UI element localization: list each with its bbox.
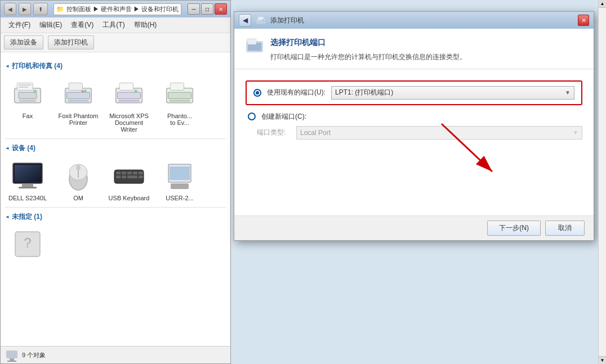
forward-button[interactable]: ▶ [19, 3, 31, 15]
xps-icon [112, 77, 146, 110]
dialog-title-bar: ◀ 添加打印机 ✕ [234, 12, 594, 29]
up-button[interactable]: ⬆ [33, 3, 48, 15]
red-arrow-indicator [436, 118, 503, 182]
port-dropdown-value: LPT1: (打印机端口) [335, 88, 393, 97]
menu-view[interactable]: 查看(V) [66, 19, 98, 32]
svg-rect-37 [116, 176, 121, 178]
devices-grid: DELL S2340L OM [5, 156, 226, 204]
svg-rect-24 [22, 184, 33, 187]
list-item[interactable]: USB Keyboard [106, 159, 152, 201]
dialog-close-button[interactable]: ✕ [578, 15, 589, 26]
svg-point-4 [33, 89, 37, 93]
svg-point-12 [82, 90, 84, 92]
svg-rect-26 [15, 165, 41, 182]
svg-point-30 [76, 165, 81, 170]
next-button[interactable]: 下一步(N) [487, 221, 541, 236]
list-item[interactable]: USER-2... [157, 159, 202, 201]
list-item[interactable]: OM [56, 159, 101, 201]
svg-rect-32 [116, 172, 121, 174]
create-new-radio[interactable] [248, 113, 256, 120]
use-existing-radio[interactable] [253, 89, 261, 97]
main-title-bar: ◀ ▶ ⬆ 📁 控制面板 ▶ 硬件和声音 ▶ 设备和打印机 ─ □ ✕ [1, 1, 230, 17]
use-existing-option-box: 使用现有的端口(U): LPT1: (打印机端口) ▼ [246, 80, 582, 105]
main-window: ◀ ▶ ⬆ 📁 控制面板 ▶ 硬件和声音 ▶ 设备和打印机 ─ □ ✕ 文件(F… [0, 0, 231, 364]
dialog-body: 使用现有的端口(U): LPT1: (打印机端口) ▼ 创建新端口(C): 端口… [234, 69, 594, 215]
minimize-button[interactable]: ─ [188, 3, 200, 15]
list-item[interactable]: Microsoft XPS Document Writer [106, 77, 152, 133]
menu-edit[interactable]: 编辑(E) [35, 19, 66, 32]
svg-rect-15 [117, 92, 140, 98]
port-dropdown[interactable]: LPT1: (打印机端口) ▼ [331, 86, 574, 100]
dialog-description: 打印机端口是一种允许您的计算机与打印机交换信息的连接类型。 [270, 52, 466, 62]
use-existing-label: 使用现有的端口(U): [267, 88, 326, 97]
add-device-button[interactable]: 添加设备 [4, 35, 43, 50]
back-button[interactable]: ◀ [4, 3, 16, 15]
main-close-button[interactable]: ✕ [215, 3, 227, 15]
unassigned-grid: ? [5, 225, 226, 266]
svg-rect-51 [257, 21, 264, 24]
devices-section-title: 设备 (4) [12, 143, 35, 153]
address-bar[interactable]: 📁 控制面板 ▶ 硬件和声音 ▶ 设备和打印机 [54, 3, 181, 15]
list-item[interactable]: Fax [5, 77, 50, 133]
dialog-header: 选择打印机端口 打印机端口是一种允许您的计算机与打印机交换信息的连接类型。 [234, 29, 594, 69]
status-text: 9 个对象 [22, 351, 46, 359]
user-label: USER-2... [166, 195, 194, 201]
unknown-device-icon: ? [11, 227, 44, 261]
svg-rect-25 [19, 187, 37, 188]
user-device-icon [163, 159, 197, 192]
svg-rect-39 [127, 176, 137, 178]
cancel-button[interactable]: 取消 [545, 221, 585, 236]
right-scrollbar[interactable]: ▲ ▼ [598, 0, 606, 364]
svg-rect-20 [168, 92, 191, 98]
maximize-button[interactable]: □ [201, 3, 213, 15]
port-type-arrow-icon: ▼ [573, 129, 578, 136]
list-item[interactable]: DELL S2340L [5, 159, 50, 201]
list-item[interactable]: ? [5, 227, 50, 263]
mouse-label: OM [73, 195, 83, 201]
list-item[interactable]: Foxit Phantom Printer [56, 77, 101, 133]
printers-section-title: 打印机和传真 (4) [12, 61, 63, 71]
svg-rect-3 [19, 100, 36, 102]
keyboard-label: USB Keyboard [109, 195, 150, 201]
monitor-label: DELL S2340L [8, 195, 47, 201]
status-bar: 9 个对象 [1, 346, 230, 363]
svg-rect-43 [170, 167, 190, 180]
svg-point-11 [83, 89, 87, 93]
svg-rect-48 [7, 361, 16, 362]
printers-grid: Fax Foxit Phantom Printer [5, 74, 226, 135]
svg-rect-8 [69, 83, 82, 90]
svg-rect-38 [122, 176, 126, 178]
unassigned-section-title: 未指定 (1) [12, 212, 42, 222]
phantom-label: Phanto... to Ev... [167, 113, 192, 126]
menu-help[interactable]: 帮助(H) [130, 19, 162, 32]
dialog-header-content: 选择打印机端口 打印机端口是一种允许您的计算机与打印机交换信息的连接类型。 [270, 38, 466, 62]
port-type-row: 端口类型: Local Port ▼ [246, 126, 582, 140]
svg-rect-34 [127, 172, 132, 174]
svg-rect-40 [139, 176, 143, 178]
menu-tools[interactable]: 工具(T) [98, 19, 129, 32]
add-printer-button[interactable]: 添加打印机 [48, 35, 94, 50]
list-item[interactable]: Phanto... to Ev... [157, 77, 202, 133]
svg-rect-36 [139, 172, 143, 174]
dialog-back-button[interactable]: ◀ [239, 14, 251, 26]
create-new-option-row: 创建新端口(C): [246, 112, 582, 122]
svg-rect-21 [169, 100, 190, 102]
svg-rect-16 [118, 100, 139, 102]
address-text: 控制面板 ▶ 硬件和声音 ▶ 设备和打印机 [66, 5, 179, 14]
svg-line-57 [442, 124, 492, 172]
devices-section-header: 设备 (4) [5, 143, 226, 153]
dialog-printer-icon [256, 15, 266, 25]
svg-point-52 [262, 20, 264, 21]
dropdown-arrow-icon: ▼ [565, 89, 571, 96]
toolbar: 添加设备 添加打印机 [1, 33, 230, 52]
svg-rect-6 [19, 87, 28, 88]
content-area: 打印机和传真 (4) Fax [1, 52, 230, 346]
fax-icon [11, 77, 44, 110]
menu-bar: 文件(F) 编辑(E) 查看(V) 工具(T) 帮助(H) [1, 17, 230, 33]
svg-text:?: ? [24, 235, 31, 250]
dialog-main-title: 选择打印机端口 [270, 38, 466, 48]
svg-rect-10 [68, 100, 88, 102]
add-printer-dialog: ◀ 添加打印机 ✕ 选择打印机端口 打印机端口是一种允许您的计算机与打印机交换信… [234, 11, 594, 241]
svg-rect-2 [19, 92, 37, 98]
menu-file[interactable]: 文件(F) [4, 19, 35, 32]
